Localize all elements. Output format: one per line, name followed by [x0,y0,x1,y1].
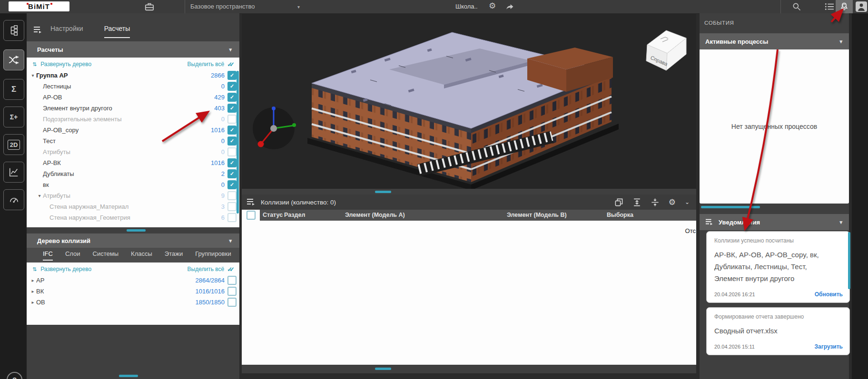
tree-row[interactable]: АР-ВК 1016 [27,157,239,168]
settings-gear-icon[interactable]: ⚙ [489,1,499,10]
tree-item-checkbox[interactable] [227,191,237,200]
tree-row[interactable]: АР-ОВ 429 [27,92,239,103]
vertical-scrollbar[interactable] [237,71,239,214]
tree-item-count[interactable]: 9 [221,192,225,199]
briefcase-icon[interactable] [144,2,155,11]
expand-arrow-icon[interactable]: ▾ [30,73,36,78]
tree-row[interactable]: ▸ ВК 1016/1016 [27,286,239,297]
panel-resize-handle[interactable] [119,375,138,377]
notification-card[interactable]: Формирование отчета завершено Сводный от… [706,307,850,355]
panel-resize-handle[interactable] [127,229,146,232]
tree-item-count[interactable]: 1016 [211,126,225,134]
expand-arrow-icon[interactable]: ▸ [30,300,36,305]
tree-item-checkbox[interactable] [227,158,237,167]
active-processes-header[interactable]: Активные процессы ▾ [700,33,849,49]
tree-item-count[interactable]: 0 [221,181,225,188]
user-profile-icon[interactable] [856,1,867,12]
viewport-table-splitter[interactable] [242,189,696,194]
tree-item-count[interactable]: 2866 [211,72,225,79]
model-tree-icon[interactable] [3,20,24,41]
chevron-down-icon[interactable]: ▾ [229,47,232,53]
tree-item-count[interactable]: 1850/1850 [196,299,225,306]
tree-row[interactable]: вк 0 [27,179,239,190]
chart-icon[interactable] [3,162,24,183]
notification-action-link[interactable]: Загрузить [815,343,843,350]
expand-tree-link[interactable]: Развернуть дерево [40,266,91,272]
tree-item-checkbox[interactable] [227,213,237,222]
double-check-icon[interactable]: ✓✓ [227,266,236,273]
tree-row[interactable]: Элемент внутри другого 403 [27,103,239,114]
column-element-b[interactable]: Элемент (Модель В) [507,212,567,218]
split-rows-icon[interactable] [651,198,660,207]
tree-item-checkbox[interactable] [227,93,237,102]
help-button[interactable]: ? [7,372,22,379]
tree-row[interactable]: АР-ОВ_copy 1016 [27,125,239,136]
column-status[interactable]: Статус [263,212,283,218]
panel-menu-icon[interactable] [705,218,714,226]
sum-add-icon[interactable]: Σ+ [3,107,24,127]
select-all-link[interactable]: Выделить всё [187,266,225,272]
expand-arrow-icon[interactable]: ▸ [30,289,36,294]
notifications-bell-button[interactable] [836,0,853,13]
tree-item-count[interactable]: 1016 [211,159,225,166]
horizontal-scrollbar[interactable] [701,206,760,208]
tree-item-checkbox[interactable] [227,104,237,113]
notification-action-link[interactable]: Обновить [815,291,843,298]
tree-item-checkbox[interactable] [227,287,237,296]
tree-row[interactable]: Тест 0 [27,136,239,146]
tree-tab[interactable]: Группировки [195,250,231,260]
2d-view-icon[interactable]: 2D [3,134,24,155]
tree-item-count[interactable]: 0 [221,148,225,155]
tree-item-checkbox[interactable] [227,147,237,156]
panel-menu-icon[interactable] [247,198,256,206]
app-logo[interactable]: BiMiT [9,1,69,11]
tree-row[interactable]: ▾ Группа АР 2866 [27,70,239,81]
tree-row[interactable]: ▸ АР 2864/2864 [27,275,239,286]
notifications-header[interactable]: Уведомления ▾ [700,214,849,230]
expand-arrow-icon[interactable]: ▸ [30,278,36,283]
tree-row[interactable]: Лестницы 0 [27,81,239,92]
tree-item-count[interactable]: 0 [221,137,225,145]
tree-item-checkbox[interactable] [227,298,237,307]
tree-item-checkbox[interactable] [227,126,237,135]
tree-tab[interactable]: Классы [131,250,152,260]
fit-height-icon[interactable] [632,198,641,207]
copy-icon[interactable] [614,198,623,207]
tree-row[interactable]: ▾ Атрибуты 9 [27,190,239,201]
column-selection[interactable]: Выборка [607,212,633,218]
notification-card[interactable]: Коллизии успешно посчитаны АР-ВК, АР-ОВ,… [706,231,850,303]
column-section[interactable]: Раздел [284,212,305,218]
collision-tree-header[interactable]: Дерево коллизий ▾ [27,233,239,248]
tree-item-count[interactable]: 3 [221,203,225,210]
calc-section-header[interactable]: Расчеты ▾ [27,41,239,58]
collapse-table-chevron-icon[interactable]: ⌄ [685,199,690,205]
share-icon[interactable] [505,2,515,11]
tree-row[interactable]: Стена наружная_Материал 3 [27,201,239,212]
chevron-down-icon[interactable]: ▾ [839,39,842,45]
tree-item-checkbox[interactable] [227,276,237,285]
tree-row[interactable]: Подозрительные элементы 0 [27,114,239,125]
gauge-icon[interactable] [3,189,24,210]
tree-item-checkbox[interactable] [227,71,237,80]
column-element-a[interactable]: Элемент (Модель А) [345,212,405,218]
chevron-down-icon[interactable]: ▾ [229,238,232,244]
vertical-scrollbar[interactable] [848,232,850,289]
search-icon[interactable] [792,2,802,11]
panel-tab[interactable]: Расчеты [104,25,130,38]
tree-row[interactable]: ▸ ОВ 1850/1850 [27,297,239,308]
tree-item-checkbox[interactable] [227,136,237,146]
tree-item-count[interactable]: 0 [221,116,225,123]
panel-menu-icon[interactable] [33,26,43,34]
tree-item-checkbox[interactable] [227,180,237,189]
sum-icon[interactable]: Σ [3,79,24,100]
chevron-down-icon[interactable]: ▾ [297,4,300,10]
chevron-down-icon[interactable]: ▾ [839,219,842,225]
tree-tab[interactable]: Слои [65,250,80,260]
collisions-tool-icon[interactable] [3,49,24,70]
expand-collapse-icon[interactable]: ⇅ [32,61,37,68]
select-all-checkbox[interactable] [247,211,256,220]
tree-item-checkbox[interactable] [227,115,237,124]
tree-item-checkbox[interactable] [227,169,237,178]
select-all-link[interactable]: Выделить всё [187,61,225,68]
tree-tab[interactable]: Системы [93,250,118,260]
